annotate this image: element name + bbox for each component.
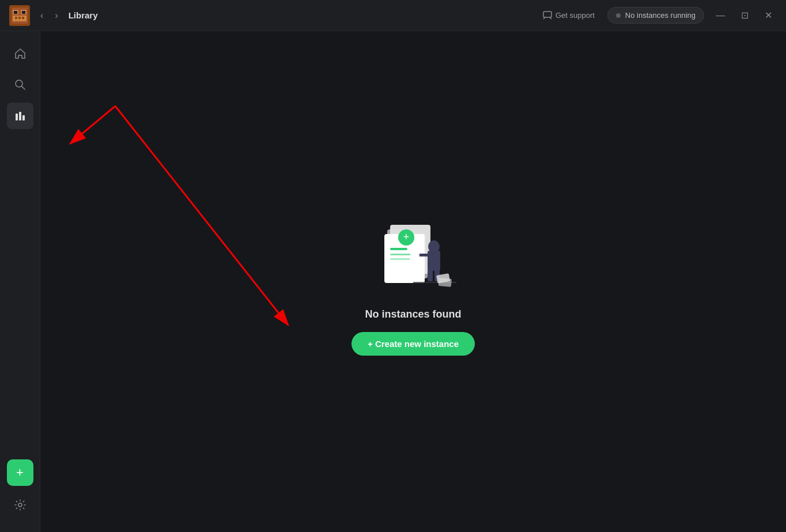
sidebar-item-settings[interactable] (7, 492, 33, 518)
svg-rect-9 (22, 17, 24, 19)
get-support-label: Get support (556, 11, 595, 20)
svg-rect-8 (18, 17, 21, 19)
svg-text:+: + (403, 231, 410, 243)
forward-button[interactable]: › (51, 8, 61, 23)
svg-rect-13 (19, 112, 21, 120)
svg-rect-20 (390, 254, 413, 255)
empty-state-title: No instances found (365, 308, 461, 320)
sidebar-item-home[interactable] (7, 40, 33, 67)
svg-rect-7 (15, 17, 17, 19)
home-icon (14, 47, 27, 60)
settings-icon (14, 499, 27, 511)
nav-arrows: ‹ › (37, 8, 62, 23)
close-button[interactable]: ✕ (760, 6, 777, 24)
svg-rect-10 (543, 12, 551, 17)
svg-line-35 (115, 106, 288, 325)
svg-rect-19 (390, 248, 407, 250)
add-button[interactable]: + (7, 459, 33, 486)
svg-rect-12 (16, 114, 18, 120)
empty-illustration: + (356, 207, 471, 297)
page-title: Library (69, 10, 98, 20)
main: + + (0, 31, 786, 532)
svg-rect-28 (428, 270, 433, 281)
svg-point-25 (428, 240, 440, 253)
library-icon (14, 110, 27, 122)
create-instance-button[interactable]: + Create new instance (352, 332, 475, 356)
titlebar-right: Get support No instances running — ⊡ ✕ (537, 6, 777, 24)
empty-state: + No instances found + Cr (352, 207, 475, 356)
content-area: + No instances found + Cr (40, 31, 786, 532)
minimize-button[interactable]: — (711, 7, 730, 24)
svg-rect-21 (390, 258, 410, 260)
svg-rect-14 (22, 115, 25, 120)
svg-rect-32 (439, 278, 452, 287)
avatar (9, 5, 30, 26)
sidebar-item-library[interactable] (7, 103, 33, 129)
support-icon (543, 11, 552, 20)
svg-rect-27 (410, 249, 420, 261)
instances-dot (616, 13, 621, 18)
restore-button[interactable]: ⊡ (736, 6, 753, 24)
svg-line-34 (70, 106, 115, 144)
titlebar: ‹ › Library Get support No instances run… (0, 0, 786, 31)
svg-rect-5 (22, 11, 25, 14)
sidebar: + (0, 31, 40, 532)
instances-badge: No instances running (607, 7, 704, 24)
svg-point-15 (18, 503, 22, 507)
sidebar-bottom: + (7, 459, 33, 523)
search-icon (14, 78, 27, 91)
get-support-button[interactable]: Get support (537, 7, 600, 24)
back-button[interactable]: ‹ (37, 8, 47, 23)
sidebar-item-search[interactable] (7, 71, 33, 98)
svg-rect-24 (428, 251, 440, 271)
svg-rect-4 (14, 11, 17, 14)
instances-label: No instances running (625, 11, 696, 20)
